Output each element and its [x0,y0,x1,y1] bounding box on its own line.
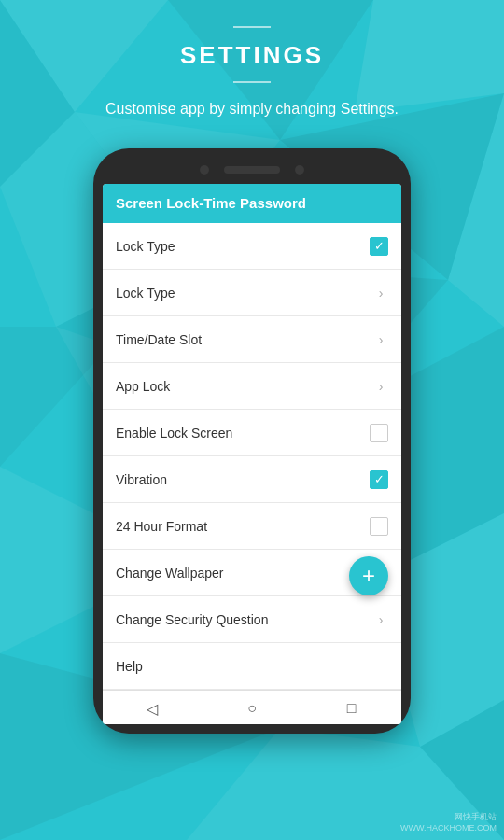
checkbox-enable-lock-screen[interactable] [370,424,388,442]
phone-mockup: Screen Lock-Time Password Lock Type Lock… [0,148,504,734]
settings-item-app-lock[interactable]: App Lock › [103,363,401,410]
chevron-icon-lock-type: › [373,286,388,301]
phone-camera [200,165,209,175]
settings-label-lock-type-2: Lock Type [116,286,175,301]
settings-label-enable-lock-screen: Enable Lock Screen [116,426,232,441]
page-title: SETTINGS [0,41,504,70]
fab-icon: + [362,565,375,587]
settings-label-help: Help [116,659,143,674]
nav-back-icon[interactable]: ◁ [142,698,162,719]
settings-list: Lock Type Lock Type › Time/Date Slot › A… [103,223,401,690]
header: SETTINGS Customise app by simply changin… [0,0,504,130]
chevron-icon-security: › [373,612,388,627]
settings-label-security-question: Change Security Question [116,612,268,627]
settings-item-lock-type-chevron[interactable]: Lock Type › [103,270,401,316]
nav-home-icon[interactable]: ○ [242,698,262,719]
header-subtitle: Customise app by simply changing Setting… [0,98,504,120]
settings-item-security-question[interactable]: Change Security Question › + [103,596,401,643]
checkbox-lock-type-1[interactable] [370,237,388,256]
settings-label-lock-type-1: Lock Type [116,239,175,254]
screen-header: Screen Lock-Time Password [103,184,401,223]
header-top-divider [233,26,271,28]
watermark-line1: 网快手机站 [400,811,497,823]
settings-item-enable-lock-screen[interactable]: Enable Lock Screen [103,410,401,456]
phone-top-bar [103,165,401,175]
settings-label-time-date: Time/Date Slot [116,332,202,347]
phone-body: Screen Lock-Time Password Lock Type Lock… [93,148,411,734]
settings-item-help[interactable]: Help [103,643,401,690]
checkbox-24-hour[interactable] [370,517,388,536]
phone-screen: Screen Lock-Time Password Lock Type Lock… [103,184,401,724]
phone-sensor [295,165,304,175]
settings-item-lock-type-checkbox[interactable]: Lock Type [103,223,401,270]
chevron-icon-time-date: › [373,332,388,347]
nav-recent-icon[interactable]: □ [342,698,362,719]
header-bottom-divider [233,81,271,83]
watermark-line2: WWW.HACKHOME.COM [400,823,497,833]
settings-item-vibration[interactable]: Vibration [103,456,401,503]
phone-speaker [224,166,280,174]
fab-button[interactable]: + [349,556,388,595]
settings-label-app-lock: App Lock [116,379,170,394]
settings-label-wallpaper: Change Wallpaper [116,566,223,581]
settings-item-time-date[interactable]: Time/Date Slot › [103,316,401,363]
phone-nav-bar: ◁ ○ □ [103,690,401,724]
settings-label-24-hour: 24 Hour Format [116,519,207,534]
settings-item-24-hour[interactable]: 24 Hour Format [103,503,401,550]
chevron-icon-app-lock: › [373,379,388,394]
screen-header-title: Screen Lock-Time Password [116,195,306,211]
settings-label-vibration: Vibration [116,472,167,487]
checkbox-vibration[interactable] [370,470,388,489]
watermark: 网快手机站 WWW.HACKHOME.COM [400,811,497,833]
